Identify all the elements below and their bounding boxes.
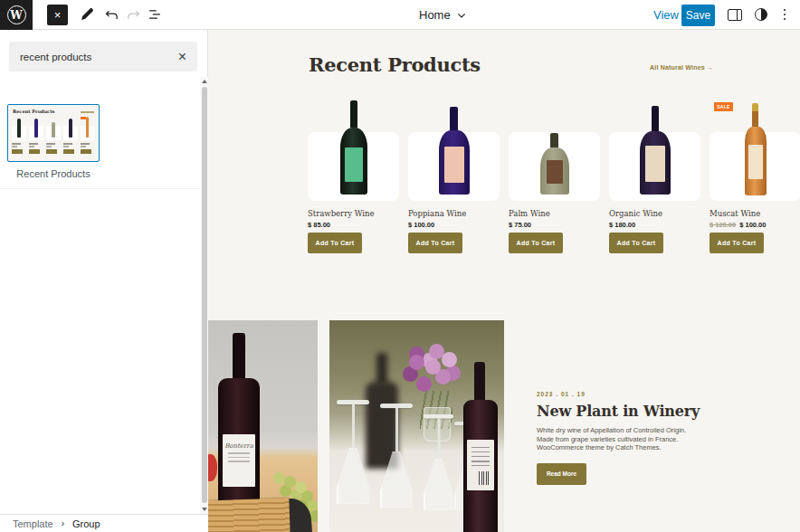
- pattern-result-thumbnail[interactable]: Recent Products: [7, 104, 100, 162]
- bottle-label: [467, 440, 494, 490]
- product-card-muscat-wine[interactable]: SALE Muscat Wine $ 120.00$ 100.00 Add To…: [710, 100, 800, 254]
- half-circle-styles-icon: [755, 8, 767, 21]
- wine-bottle-image: [540, 133, 569, 195]
- chevron-down-icon: [454, 8, 469, 23]
- scrollbar-thumb[interactable]: [202, 87, 207, 503]
- wordpress-site-editor: W × Home: [0, 0, 800, 532]
- undo-button[interactable]: [100, 4, 122, 25]
- pattern-result-label: Recent Products: [0, 168, 107, 179]
- scrollbar-down-icon[interactable]: [200, 505, 208, 514]
- product-price: $ 85.00: [308, 221, 330, 229]
- new-price: $ 100.00: [739, 221, 766, 229]
- sale-badge: SALE: [714, 102, 733, 111]
- blog-post-block[interactable]: 2023 . 01 . 19 New Plant in Winery White…: [537, 391, 754, 485]
- mini-product-row: [12, 117, 95, 158]
- redo-button-disabled[interactable]: [122, 4, 144, 25]
- product-price: $ 100.00: [408, 221, 434, 229]
- bottle-neck-shape: [233, 333, 245, 384]
- photo-wine-bottle-grapes[interactable]: Bonterra: [208, 320, 318, 532]
- wordpress-w-icon: W: [7, 5, 26, 24]
- excerpt-line: Made from grape varieties cultivated in …: [537, 435, 754, 444]
- grapes-shape: [273, 472, 285, 484]
- add-to-cart-button[interactable]: Add To Cart: [609, 233, 663, 253]
- add-to-cart-button[interactable]: Add To Cart: [509, 233, 563, 253]
- scrollbar-up-icon[interactable]: [200, 77, 208, 86]
- photo-wine-glasses-flowers[interactable]: [329, 320, 504, 532]
- product-price: $ 180.00: [609, 221, 635, 229]
- product-card-strawberry-wine[interactable]: Strawberry Wine $ 85.00 Add To Cart: [308, 100, 399, 254]
- settings-sidebar-toggle[interactable]: [724, 4, 746, 25]
- product-name: Poppiana Wine: [408, 209, 466, 218]
- recent-products-heading[interactable]: Recent Products: [309, 53, 481, 76]
- read-more-button[interactable]: Read More: [537, 463, 586, 485]
- purple-flowers-shape: [409, 355, 424, 370]
- product-name: Palm Wine: [509, 209, 550, 218]
- crackers-shape: [208, 498, 290, 532]
- post-title[interactable]: New Plant in Winery: [537, 403, 754, 420]
- clear-search-icon[interactable]: ×: [178, 50, 186, 64]
- inserter-sidebar: × Recent Products Recent Products Templa…: [0, 30, 208, 532]
- breadcrumb: Template › Group: [0, 514, 208, 532]
- add-to-cart-button[interactable]: Add To Cart: [408, 233, 462, 253]
- breadcrumb-template[interactable]: Template: [13, 518, 53, 529]
- breadcrumb-group[interactable]: Group: [72, 518, 100, 529]
- product-card-poppiana-wine[interactable]: Poppiana Wine $ 100.00 Add To Cart: [408, 100, 500, 254]
- old-price: $ 120.00: [710, 221, 736, 229]
- wine-bottle-image: [439, 107, 470, 195]
- document-switcher[interactable]: Home: [419, 0, 469, 30]
- product-price: $ 75.00: [509, 221, 531, 229]
- mini-section-title: Recent Products: [13, 109, 54, 114]
- undo-icon: [103, 6, 120, 24]
- wine-bottle-image: [340, 100, 367, 195]
- options-menu-button[interactable]: [774, 4, 795, 25]
- excerpt-line: White dry wine of Appellation of Control…: [537, 426, 754, 435]
- sidebar-panel-icon: [728, 9, 742, 21]
- blurred-bottle-neck: [376, 353, 387, 385]
- bottle-label: Bonterra: [223, 434, 255, 487]
- pattern-search-box[interactable]: ×: [9, 42, 197, 71]
- view-link[interactable]: View: [653, 0, 679, 30]
- editor-canvas[interactable]: Recent Products All Natural Wines → Stra…: [208, 30, 800, 532]
- ellipsis-icon: [784, 9, 786, 21]
- wine-bottle-image: [745, 103, 767, 195]
- styles-button[interactable]: [750, 4, 772, 25]
- product-name: Organic Wine: [609, 209, 662, 218]
- sidebar-divider: [0, 188, 200, 189]
- product-card-palm-wine[interactable]: Palm Wine $ 75.00 Add To Cart: [509, 100, 600, 254]
- product-name: Strawberry Wine: [308, 209, 375, 218]
- sidebar-scrollbar[interactable]: [200, 77, 208, 514]
- list-view-button[interactable]: [144, 4, 166, 25]
- wine-bottle-image: [640, 106, 671, 195]
- bottle-label-text: Bonterra: [224, 442, 253, 450]
- pencil-icon: [79, 6, 95, 23]
- product-price: $ 120.00$ 100.00: [710, 221, 766, 229]
- mini-link-bar: [81, 111, 94, 113]
- excerpt-line: WooCommerce theme by Catch Themes.: [537, 443, 754, 452]
- close-inserter-button[interactable]: ×: [47, 5, 68, 25]
- close-icon: ×: [54, 9, 62, 21]
- bottle-neck-shape: [474, 362, 485, 405]
- search-input[interactable]: [20, 52, 178, 62]
- editor-topbar: W × Home: [0, 0, 800, 30]
- redo-icon: [125, 6, 142, 24]
- add-to-cart-button[interactable]: Add To Cart: [308, 233, 362, 253]
- edit-mode-button[interactable]: [76, 4, 98, 25]
- save-button[interactable]: Save: [681, 5, 715, 26]
- list-view-icon: [147, 6, 163, 23]
- product-card-organic-wine[interactable]: Organic Wine $ 180.00 Add To Cart: [609, 100, 700, 254]
- breadcrumb-separator-icon: ›: [62, 518, 64, 528]
- post-date: 2023 . 01 . 19: [537, 391, 754, 397]
- document-title: Home: [419, 8, 451, 22]
- wordpress-logo[interactable]: W: [0, 0, 33, 30]
- barcode-shape: [479, 471, 490, 485]
- strawberry-shape: [208, 454, 217, 481]
- add-to-cart-button[interactable]: Add To Cart: [710, 233, 764, 253]
- post-excerpt: White dry wine of Appellation of Control…: [537, 426, 754, 452]
- product-name: Muscat Wine: [710, 209, 760, 218]
- all-natural-wines-link[interactable]: All Natural Wines →: [650, 64, 713, 71]
